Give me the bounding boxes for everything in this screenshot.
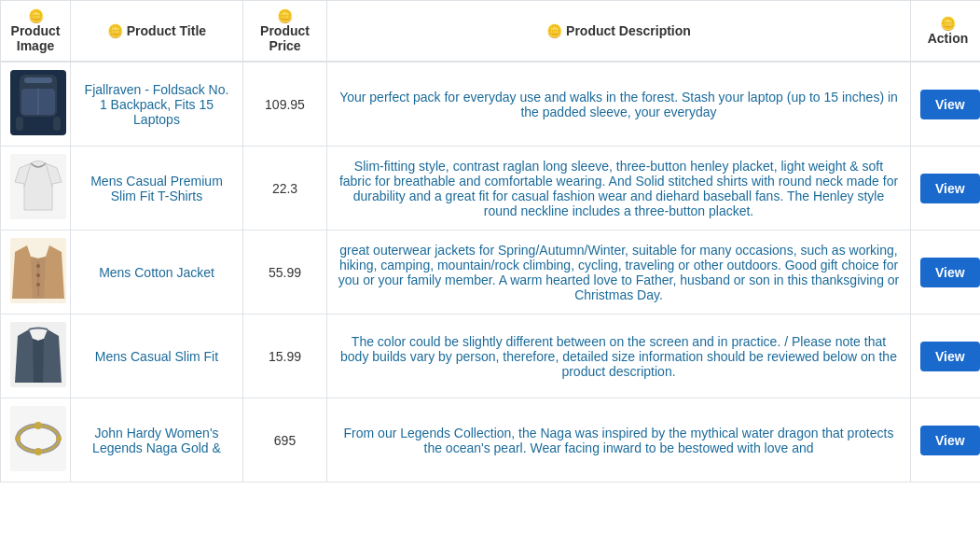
desc-col-label: Product Description <box>566 23 691 38</box>
product-image-cell <box>1 62 71 147</box>
action-col-icon: 🪙 <box>940 16 956 31</box>
col-header-action: 🪙 Action <box>911 1 981 63</box>
title-col-label: Product Title <box>127 23 206 38</box>
product-price-cell: 15.99 <box>243 314 327 398</box>
svg-point-13 <box>36 273 40 277</box>
svg-point-21 <box>35 448 42 455</box>
product-action-cell: View <box>911 231 981 314</box>
product-title-cell: Fjallraven - Foldsack No. 1 Backpack, Fi… <box>71 62 243 147</box>
desc-col-icon: 🪙 <box>546 23 562 38</box>
product-action-cell: View <box>911 314 981 398</box>
product-image-cell <box>1 147 71 231</box>
product-price-cell: 695 <box>243 398 327 482</box>
view-button[interactable]: View <box>920 90 980 119</box>
product-image-cell <box>1 398 71 482</box>
table-row: John Hardy Women's Legends Naga Gold &69… <box>1 398 981 482</box>
col-header-title: 🪙 Product Title <box>71 1 243 63</box>
product-description-cell: Your perfect pack for everyday use and w… <box>327 62 911 147</box>
product-description-cell: From our Legends Collection, the Naga wa… <box>327 398 911 482</box>
product-title-cell: Mens Casual Premium Slim Fit T-Shirts <box>71 147 243 231</box>
price-col-label: Product Price <box>260 23 310 53</box>
image-col-icon: 🪙 <box>28 8 44 23</box>
product-price-cell: 109.95 <box>243 62 327 147</box>
price-col-icon: 🪙 <box>277 8 293 23</box>
product-title-cell: John Hardy Women's Legends Naga Gold & <box>71 398 243 482</box>
table-row: Mens Casual Premium Slim Fit T-Shirts22.… <box>1 147 981 231</box>
product-price-cell: 55.99 <box>243 231 327 314</box>
product-title-cell: Mens Casual Slim Fit <box>71 314 243 398</box>
product-image-cell <box>1 231 71 314</box>
svg-point-14 <box>36 283 40 286</box>
view-button[interactable]: View <box>920 342 980 371</box>
view-button[interactable]: View <box>920 258 980 287</box>
svg-rect-6 <box>53 117 61 131</box>
svg-point-20 <box>56 436 62 441</box>
product-description-cell: Slim-fitting style, contrast raglan long… <box>327 147 911 231</box>
product-action-cell: View <box>911 398 981 482</box>
col-header-image: 🪙 Product Image <box>1 1 71 63</box>
image-col-label: Product Image <box>11 23 61 53</box>
svg-rect-2 <box>24 77 52 83</box>
svg-point-12 <box>36 264 40 268</box>
table-row: Fjallraven - Foldsack No. 1 Backpack, Fi… <box>1 62 981 147</box>
product-price-cell: 22.3 <box>243 147 327 231</box>
table-row: Mens Casual Slim Fit15.99The color could… <box>1 314 981 398</box>
action-col-label: Action <box>928 31 969 46</box>
col-header-price: 🪙 Product Price <box>243 1 327 63</box>
product-image-cell <box>1 314 71 398</box>
product-action-cell: View <box>911 147 981 231</box>
view-button[interactable]: View <box>920 174 980 203</box>
product-action-cell: View <box>911 62 981 147</box>
title-col-icon: 🪙 <box>107 23 123 38</box>
col-header-description: 🪙 Product Description <box>327 1 911 63</box>
view-button[interactable]: View <box>920 426 980 455</box>
product-title-cell: Mens Cotton Jacket <box>71 231 243 314</box>
product-description-cell: great outerwear jackets for Spring/Autum… <box>327 231 911 314</box>
product-description-cell: The color could be slightly different be… <box>327 314 911 398</box>
svg-rect-5 <box>16 117 23 131</box>
table-row: Mens Cotton Jacket55.99great outerwear j… <box>1 231 981 314</box>
svg-point-22 <box>15 436 21 441</box>
svg-point-19 <box>35 422 42 429</box>
